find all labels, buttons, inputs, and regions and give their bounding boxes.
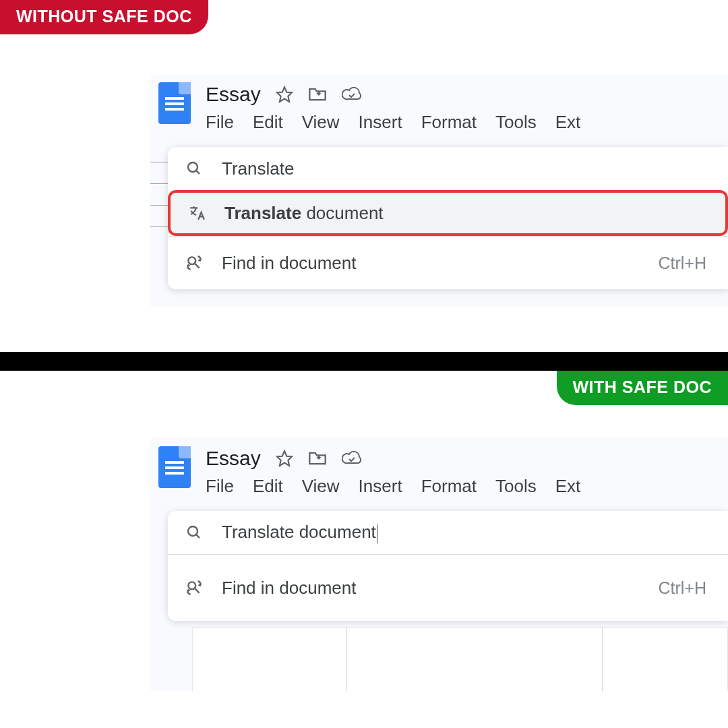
star-icon[interactable] bbox=[276, 86, 293, 103]
help-search-dropdown: Translate Translate document Find in doc… bbox=[168, 147, 728, 289]
panel-without-safe-doc: WITHOUT SAFE DOC Essay Fi bbox=[0, 0, 728, 352]
menu-bar: File Edit View Insert Format Tools Ext bbox=[206, 476, 580, 497]
cloud-saved-icon[interactable] bbox=[342, 451, 362, 466]
menu-edit[interactable]: Edit bbox=[253, 476, 283, 497]
find-shortcut: Ctrl+H bbox=[658, 578, 713, 598]
translate-document-result[interactable]: Translate document bbox=[168, 190, 728, 236]
section-divider bbox=[0, 352, 728, 371]
find-in-document-row[interactable]: Find in document Ctrl+H bbox=[168, 237, 728, 289]
document-title[interactable]: Essay bbox=[206, 83, 261, 106]
menu-bar: File Edit View Insert Format Tools Ext bbox=[206, 112, 580, 133]
find-label: Find in document bbox=[222, 578, 356, 599]
menu-ext[interactable]: Ext bbox=[555, 476, 581, 497]
star-icon[interactable] bbox=[276, 450, 293, 467]
menu-file[interactable]: File bbox=[206, 112, 234, 133]
move-folder-icon[interactable] bbox=[308, 450, 327, 466]
find-shortcut: Ctrl+H bbox=[658, 253, 713, 273]
menu-tools[interactable]: Tools bbox=[495, 476, 537, 497]
svg-point-6 bbox=[188, 526, 198, 536]
docs-window-top: Essay File Edit View Insert bbox=[150, 74, 728, 307]
menu-tools[interactable]: Tools bbox=[495, 112, 537, 133]
docs-window-bottom: Essay File Edit View Insert bbox=[150, 438, 728, 691]
translate-icon bbox=[185, 204, 208, 222]
find-replace-icon bbox=[183, 579, 206, 597]
menu-ext[interactable]: Ext bbox=[555, 112, 581, 133]
menu-view[interactable]: View bbox=[302, 476, 340, 497]
svg-line-7 bbox=[196, 535, 200, 538]
svg-line-4 bbox=[195, 264, 200, 268]
document-canvas bbox=[192, 627, 728, 691]
svg-point-3 bbox=[188, 257, 195, 264]
menu-file[interactable]: File bbox=[206, 476, 234, 497]
docs-header: Essay File Edit View Insert bbox=[150, 438, 728, 497]
svg-point-1 bbox=[188, 162, 198, 172]
search-input-text: Translate document bbox=[222, 522, 377, 543]
search-input-text: Translate bbox=[222, 158, 294, 179]
docs-header: Essay File Edit View Insert bbox=[150, 74, 728, 133]
docs-logo-icon bbox=[158, 446, 191, 488]
find-label: Find in document bbox=[222, 253, 356, 274]
find-replace-icon bbox=[183, 254, 206, 272]
badge-with: WITH SAFE DOC bbox=[557, 371, 729, 405]
menu-insert[interactable]: Insert bbox=[359, 476, 402, 497]
menu-edit[interactable]: Edit bbox=[253, 112, 283, 133]
menu-view[interactable]: View bbox=[302, 112, 340, 133]
menu-format[interactable]: Format bbox=[421, 112, 477, 133]
vertical-ruler bbox=[150, 148, 168, 307]
svg-line-2 bbox=[196, 171, 200, 174]
menu-format[interactable]: Format bbox=[421, 476, 477, 497]
svg-line-9 bbox=[195, 588, 200, 593]
docs-logo-icon bbox=[158, 82, 191, 124]
translate-result-label: Translate document bbox=[224, 203, 384, 224]
svg-point-8 bbox=[188, 582, 195, 589]
badge-without: WITHOUT SAFE DOC bbox=[0, 0, 208, 34]
search-icon bbox=[183, 160, 206, 177]
panel-with-safe-doc: WITH SAFE DOC Essay File bbox=[0, 371, 728, 728]
document-title[interactable]: Essay bbox=[206, 447, 261, 470]
svg-marker-5 bbox=[277, 451, 292, 466]
search-icon bbox=[183, 524, 206, 541]
menu-insert[interactable]: Insert bbox=[359, 112, 402, 133]
svg-marker-0 bbox=[277, 87, 292, 102]
search-row[interactable]: Translate document bbox=[168, 511, 728, 554]
search-row[interactable]: Translate bbox=[168, 147, 728, 190]
move-folder-icon[interactable] bbox=[308, 86, 327, 102]
document-page[interactable] bbox=[346, 628, 603, 691]
find-in-document-row[interactable]: Find in document Ctrl+H bbox=[168, 555, 728, 621]
help-search-dropdown: Translate document Find in document Ctrl… bbox=[168, 511, 728, 621]
cloud-saved-icon[interactable] bbox=[342, 87, 362, 102]
text-cursor bbox=[377, 524, 377, 543]
